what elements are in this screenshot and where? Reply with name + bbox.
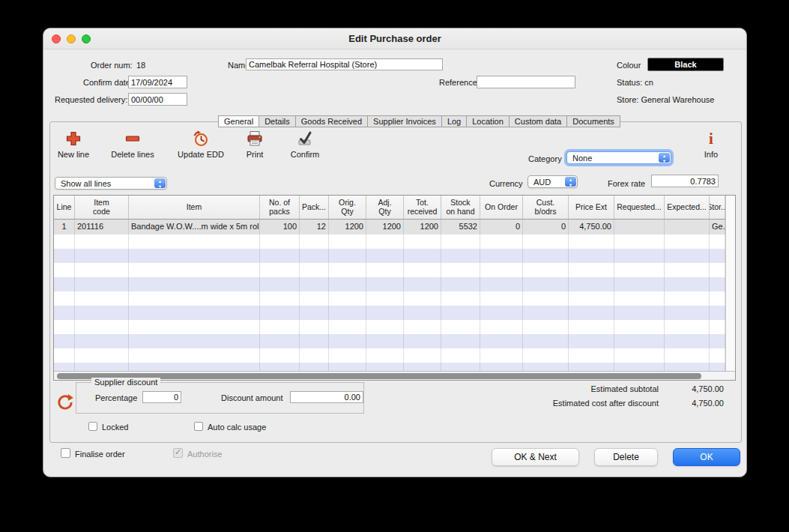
update-edd-button[interactable]: Update EDD xyxy=(172,130,229,159)
table-cell xyxy=(404,235,441,249)
table-cell xyxy=(366,263,404,277)
column-header[interactable]: Item xyxy=(129,196,260,219)
forex-rate-input[interactable] xyxy=(651,175,719,187)
tab-goods-received[interactable]: Goods Received xyxy=(295,115,368,127)
table-cell xyxy=(54,291,75,306)
colour-label: Colour xyxy=(617,61,641,70)
column-header[interactable]: Adj. Qty xyxy=(366,196,404,219)
tab-details[interactable]: Details xyxy=(259,115,296,127)
delete-lines-button[interactable]: Delete lines xyxy=(106,130,159,159)
finalise-order-checkbox[interactable] xyxy=(61,448,70,458)
printer-icon xyxy=(247,130,263,147)
table-header: LineItem codeItemNo. of packsPack...Orig… xyxy=(54,196,725,220)
table-cell xyxy=(614,334,665,348)
table-cell xyxy=(260,263,300,277)
table-cell xyxy=(441,334,480,348)
table-cell xyxy=(329,235,366,249)
confirm-date-input[interactable] xyxy=(128,76,187,88)
estimated-subtotal-label: Estimated subtotal xyxy=(523,384,659,393)
name-input[interactable] xyxy=(246,58,443,70)
info-button[interactable]: i Info xyxy=(696,130,726,159)
table-row[interactable]: 1201116Bandage W.O.W....m wide x 5m roll… xyxy=(54,220,725,235)
tab-general[interactable]: General xyxy=(218,115,259,127)
clock-icon xyxy=(193,130,209,147)
column-header[interactable]: Orig. Qty xyxy=(329,196,366,219)
table-cell xyxy=(75,306,129,320)
table-cell xyxy=(366,306,404,320)
recalculate-discount-button[interactable] xyxy=(56,393,74,411)
table-cell xyxy=(710,320,725,334)
close-window-button[interactable] xyxy=(52,34,61,43)
column-header[interactable]: Cust. b/odrs xyxy=(523,196,569,219)
table-cell xyxy=(129,235,260,249)
column-header[interactable]: Expected... xyxy=(665,196,710,219)
print-button[interactable]: Print xyxy=(237,130,273,159)
table-cell xyxy=(523,277,569,291)
table-cell xyxy=(480,235,523,249)
table-content: LineItem codeItemNo. of packsPack...Orig… xyxy=(54,196,725,371)
table-cell xyxy=(54,249,75,263)
ok-button[interactable]: OK xyxy=(673,448,740,466)
requested-delivery-input[interactable] xyxy=(128,93,187,106)
currency-dropdown[interactable]: AUD xyxy=(527,175,578,188)
table-cell xyxy=(366,249,404,263)
table-cell xyxy=(129,291,260,306)
table-cell xyxy=(129,334,260,348)
show-lines-dropdown[interactable]: Show all lines xyxy=(55,177,167,190)
column-header[interactable]: Stor... xyxy=(710,196,725,219)
refresh-icon xyxy=(56,401,74,414)
tab-supplier-invoices[interactable]: Supplier Invoices xyxy=(367,115,442,127)
table-cell xyxy=(665,220,710,235)
tab-log[interactable]: Log xyxy=(441,115,467,127)
percentage-input[interactable] xyxy=(142,391,181,403)
table-cell xyxy=(523,306,569,320)
column-header[interactable]: Line xyxy=(54,196,75,219)
column-header[interactable]: Stock on hand xyxy=(441,196,480,219)
table-cell xyxy=(523,334,569,348)
tab-documents[interactable]: Documents xyxy=(566,115,620,127)
table-cell xyxy=(75,291,129,306)
table-cell xyxy=(710,249,725,263)
table-cell xyxy=(75,263,129,277)
requested-delivery-label: Requested delivery: xyxy=(55,95,127,104)
table-cell: 1200 xyxy=(404,220,441,235)
forex-rate-label: Forex rate xyxy=(608,179,645,188)
locked-checkbox[interactable] xyxy=(88,422,97,431)
delete-button[interactable]: Delete xyxy=(594,448,658,466)
table-cell xyxy=(129,306,260,320)
tab-location[interactable]: Location xyxy=(466,115,510,127)
new-line-button[interactable]: New line xyxy=(51,130,96,159)
column-header[interactable]: No. of packs xyxy=(260,196,300,219)
column-header[interactable]: Tot. received xyxy=(404,196,441,219)
tab-custom-data[interactable]: Custom data xyxy=(509,115,567,127)
column-header[interactable]: Price Ext xyxy=(569,196,614,219)
table-cell xyxy=(329,348,366,363)
column-header[interactable]: On Order xyxy=(480,196,523,219)
order-num-label: Order num: xyxy=(91,61,133,70)
delete-lines-label: Delete lines xyxy=(111,150,154,159)
status-text: Status: cn xyxy=(617,78,653,87)
table-cell xyxy=(710,263,725,277)
reference-input[interactable] xyxy=(477,76,575,88)
table-cell xyxy=(665,348,710,363)
minimize-window-button[interactable] xyxy=(67,34,76,43)
confirm-button[interactable]: Confirm xyxy=(281,130,329,159)
column-header[interactable]: Pack... xyxy=(300,196,329,219)
table-cell xyxy=(75,235,129,249)
zoom-window-button[interactable] xyxy=(82,34,91,43)
table-cell xyxy=(665,334,710,348)
table-cell xyxy=(129,249,260,263)
table-cell xyxy=(54,235,75,249)
vertical-scrollbar[interactable] xyxy=(725,196,735,371)
discount-amount-input[interactable] xyxy=(290,391,363,403)
column-header[interactable]: Item code xyxy=(75,196,129,219)
category-dropdown[interactable]: None xyxy=(566,151,671,164)
table-cell xyxy=(441,291,480,306)
column-header[interactable]: Requested... xyxy=(614,196,665,219)
auto-calc-usage-checkbox[interactable] xyxy=(194,422,203,431)
ok-next-button[interactable]: OK & Next xyxy=(492,448,579,466)
table-cell xyxy=(480,348,523,363)
table-cell xyxy=(569,334,614,348)
table-cell xyxy=(54,348,75,363)
colour-picker-button[interactable]: Black xyxy=(647,58,724,71)
